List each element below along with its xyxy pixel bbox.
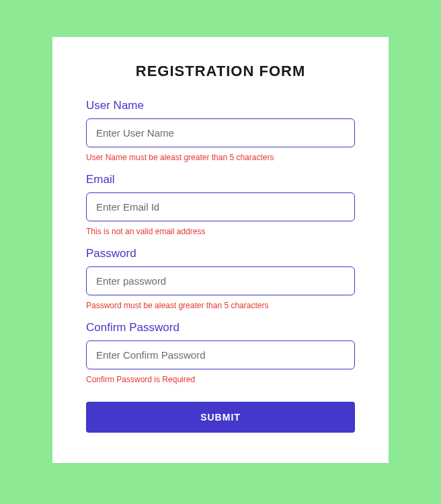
password-input[interactable] bbox=[86, 266, 355, 295]
email-label: Email bbox=[86, 173, 355, 186]
password-error: Password must be aleast greater than 5 c… bbox=[86, 301, 355, 310]
email-error: This is not an valid email address bbox=[86, 227, 355, 236]
username-input[interactable] bbox=[86, 118, 355, 147]
form-title: REGISTRATION FORM bbox=[86, 63, 355, 80]
registration-card: REGISTRATION FORM User Name User Name mu… bbox=[52, 37, 389, 463]
submit-button[interactable]: SUBMIT bbox=[86, 402, 355, 433]
confirm-password-input[interactable] bbox=[86, 340, 355, 369]
confirm-password-label: Confirm Password bbox=[86, 321, 355, 334]
username-group: User Name User Name must be aleast great… bbox=[86, 99, 355, 162]
username-error: User Name must be aleast greater than 5 … bbox=[86, 153, 355, 162]
email-group: Email This is not an valid email address bbox=[86, 173, 355, 236]
confirm-password-group: Confirm Password Confirm Password is Req… bbox=[86, 321, 355, 384]
email-input[interactable] bbox=[86, 192, 355, 221]
password-label: Password bbox=[86, 247, 355, 260]
confirm-password-error: Confirm Password is Required bbox=[86, 375, 355, 384]
username-label: User Name bbox=[86, 99, 355, 112]
password-group: Password Password must be aleast greater… bbox=[86, 247, 355, 310]
